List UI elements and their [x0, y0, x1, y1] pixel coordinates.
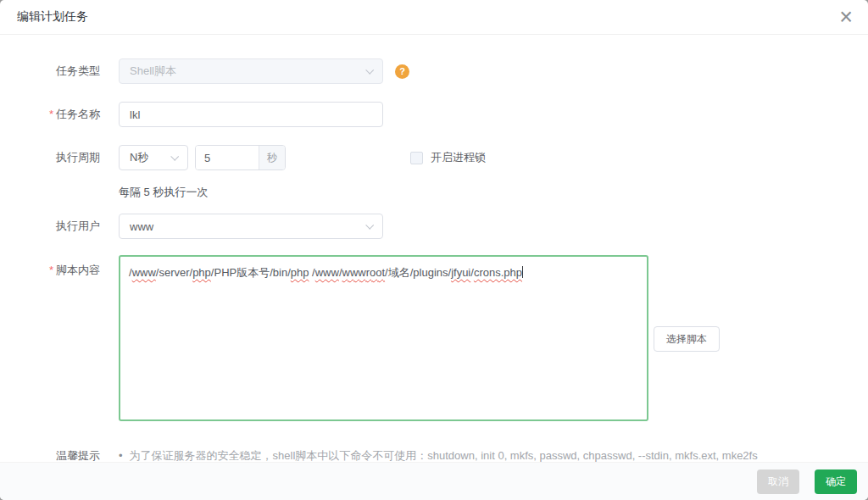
task-name-row: *任务名称: [0, 102, 868, 127]
task-name-label: *任务名称: [19, 107, 100, 122]
cycle-summary-text: 每隔 5 秒执行一次: [0, 185, 868, 200]
bullet-icon: •: [119, 448, 123, 462]
exec-user-select[interactable]: www: [119, 214, 383, 239]
edit-cron-task-dialog: 编辑计划任务 × 任务类型 Shell脚本 ? *任务名称 执行周期: [0, 0, 868, 500]
task-type-label: 任务类型: [19, 64, 100, 79]
tips-row: 温馨提示 • 为了保证服务器的安全稳定，shell脚本中以下命令不可使用：shu…: [0, 448, 868, 462]
process-lock-label: 开启进程锁: [431, 150, 486, 165]
script-text-segment: wwwroot: [342, 266, 386, 279]
script-content-text: /www/server/php/PHP版本号/bin/php /www/wwwr…: [129, 266, 523, 279]
confirm-button[interactable]: 确定: [815, 469, 857, 494]
close-icon[interactable]: ×: [836, 2, 856, 32]
script-text-segment: php: [291, 266, 309, 279]
script-text-segment: /server/: [156, 266, 192, 279]
dialog-header: 编辑计划任务 ×: [0, 0, 868, 35]
script-row: *脚本内容 /www/server/php/PHP版本号/bin/php /ww…: [0, 255, 868, 421]
dialog-footer: 取消 确定: [0, 462, 868, 500]
chevron-down-icon: [365, 221, 374, 230]
cycle-unit-select[interactable]: N秒: [119, 145, 188, 170]
required-mark: *: [49, 108, 53, 120]
task-type-row: 任务类型 Shell脚本 ?: [0, 58, 868, 84]
tips-label: 温馨提示: [19, 448, 100, 462]
script-label: *脚本内容: [19, 255, 100, 278]
script-text-segment: php: [192, 266, 211, 279]
script-text-segment: /: [309, 266, 314, 279]
script-text-segment: /PHP版本号/bin/: [211, 266, 291, 279]
text-caret: [522, 266, 523, 278]
process-lock-checkbox-wrap[interactable]: 开启进程锁: [410, 150, 486, 165]
script-text-segment: crons.php: [474, 266, 522, 279]
cycle-unit-suffix: 秒: [259, 146, 285, 169]
exec-user-label: 执行用户: [19, 219, 100, 234]
chevron-down-icon: [170, 153, 179, 161]
script-text-segment: www: [315, 266, 339, 279]
tip-text: 为了保证服务器的安全稳定，shell脚本中以下命令不可使用：shutdown, …: [130, 448, 758, 462]
dialog-body: 任务类型 Shell脚本 ? *任务名称 执行周期 N秒: [0, 35, 868, 462]
script-text-segment: /域名/plugins/: [385, 266, 451, 279]
cycle-label: 执行周期: [19, 150, 100, 165]
chevron-down-icon: [365, 66, 374, 75]
task-name-input[interactable]: [119, 102, 383, 127]
task-type-select-value: Shell脚本: [130, 64, 176, 79]
script-text-segment: www: [132, 266, 156, 279]
script-content-textarea[interactable]: /www/server/php/PHP版本号/bin/php /www/wwwr…: [119, 255, 648, 421]
cycle-row: 执行周期 N秒 秒 开启进程锁: [0, 145, 868, 170]
cancel-button[interactable]: 取消: [757, 469, 799, 494]
process-lock-checkbox[interactable]: [410, 152, 423, 164]
select-script-button[interactable]: 选择脚本: [654, 326, 720, 352]
list-item: • 为了保证服务器的安全稳定，shell脚本中以下命令不可使用：shutdown…: [119, 448, 758, 462]
exec-user-row: 执行用户 www: [0, 214, 868, 239]
cycle-interval-group: 秒: [195, 145, 286, 170]
task-type-select[interactable]: Shell脚本: [119, 58, 383, 84]
required-mark: *: [49, 264, 53, 276]
cycle-interval-input[interactable]: [196, 146, 259, 169]
dialog-title: 编辑计划任务: [17, 9, 88, 25]
help-icon[interactable]: ?: [395, 64, 409, 79]
script-text-segment: jfyui: [451, 266, 470, 279]
tips-list: • 为了保证服务器的安全稳定，shell脚本中以下命令不可使用：shutdown…: [119, 448, 758, 462]
exec-user-select-value: www: [130, 220, 153, 233]
cycle-unit-select-value: N秒: [130, 150, 148, 165]
